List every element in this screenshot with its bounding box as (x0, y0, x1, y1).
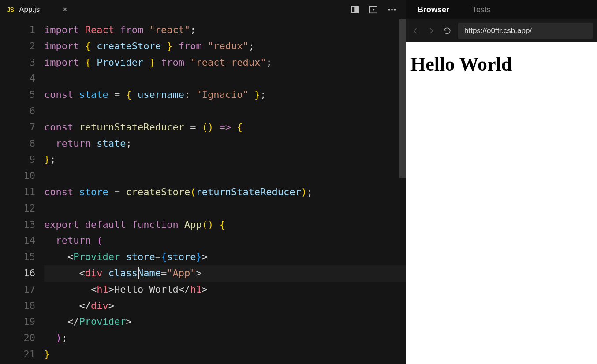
code-line[interactable]: const store = createStore(returnStateRed… (44, 184, 406, 201)
tab-actions (350, 5, 402, 15)
line-number: 15 (0, 249, 35, 265)
code-line[interactable]: }; (44, 152, 406, 168)
scrollbar-thumb[interactable] (399, 19, 406, 178)
code-line[interactable]: import React from "react"; (44, 22, 406, 38)
line-gutter: 123456789101112131415161718192021 (0, 19, 44, 364)
line-number: 10 (0, 168, 35, 184)
svg-rect-0 (355, 7, 358, 13)
line-number: 6 (0, 103, 35, 119)
editor-pane: JS App.js × 1234567891011121314151617181… (0, 0, 406, 364)
svg-point-3 (391, 9, 393, 11)
line-number: 16 (0, 265, 35, 282)
line-number: 9 (0, 152, 35, 168)
file-tab[interactable]: JS App.js × (0, 0, 74, 19)
code-line[interactable] (44, 168, 406, 184)
code-line[interactable]: const returnStateReducer = () => { (44, 119, 406, 136)
code-line[interactable]: <div className="App"> (44, 265, 406, 282)
code-area[interactable]: import React from "react";import { creat… (44, 19, 406, 364)
line-number: 1 (0, 22, 35, 38)
browser-preview: Hello World (406, 42, 597, 364)
line-number: 17 (0, 282, 35, 298)
code-line[interactable]: <Provider store={store}> (44, 249, 406, 265)
preview-icon[interactable] (369, 5, 378, 15)
url-input[interactable] (458, 23, 593, 39)
editor-scrollbar[interactable] (399, 19, 406, 364)
line-number: 21 (0, 346, 35, 363)
tab-tests[interactable]: Tests (461, 0, 502, 19)
line-number: 11 (0, 184, 35, 201)
more-icon[interactable] (387, 5, 397, 15)
file-tab-label: App.js (19, 5, 40, 14)
line-number: 8 (0, 136, 35, 152)
line-number: 18 (0, 298, 35, 314)
js-file-icon: JS (7, 6, 14, 13)
text-cursor (138, 267, 139, 279)
code-line[interactable]: import { Provider } from "react-redux"; (44, 55, 406, 71)
tab-browser[interactable]: Browser (406, 0, 461, 19)
nav-forward-icon[interactable] (426, 26, 436, 36)
reload-icon[interactable] (442, 26, 452, 36)
code-line[interactable]: const state = { username: "Ignacio" }; (44, 87, 406, 103)
line-number: 14 (0, 233, 35, 249)
code-editor[interactable]: 123456789101112131415161718192021 import… (0, 19, 406, 364)
preview-heading: Hello World (410, 53, 593, 75)
browser-url-bar (406, 19, 597, 42)
code-line[interactable] (44, 71, 406, 87)
svg-point-4 (394, 9, 396, 11)
nav-back-icon[interactable] (410, 26, 420, 36)
code-line[interactable] (44, 103, 406, 119)
code-line[interactable]: </Provider> (44, 314, 406, 330)
side-tabs: Browser Tests (406, 0, 597, 19)
code-line[interactable]: } (44, 346, 406, 363)
svg-point-2 (388, 9, 390, 11)
line-number: 12 (0, 201, 35, 217)
line-number: 13 (0, 217, 35, 233)
close-tab-icon[interactable]: × (63, 5, 67, 14)
line-number: 7 (0, 119, 35, 136)
tab-bar: JS App.js × (0, 0, 406, 19)
code-line[interactable]: import { createStore } from "redux"; (44, 38, 406, 55)
code-line[interactable]: ); (44, 330, 406, 346)
split-editor-icon[interactable] (350, 5, 360, 15)
line-number: 2 (0, 38, 35, 55)
side-pane: Browser Tests Hello World (406, 0, 597, 364)
code-line[interactable]: export default function App() { (44, 217, 406, 233)
line-number: 5 (0, 87, 35, 103)
code-line[interactable]: </div> (44, 298, 406, 314)
line-number: 3 (0, 55, 35, 71)
code-line[interactable] (44, 201, 406, 217)
line-number: 20 (0, 330, 35, 346)
line-number: 19 (0, 314, 35, 330)
code-line[interactable]: return ( (44, 233, 406, 249)
code-line[interactable]: <h1>Hello World</h1> (44, 282, 406, 298)
line-number: 4 (0, 71, 35, 87)
code-line[interactable]: return state; (44, 136, 406, 152)
